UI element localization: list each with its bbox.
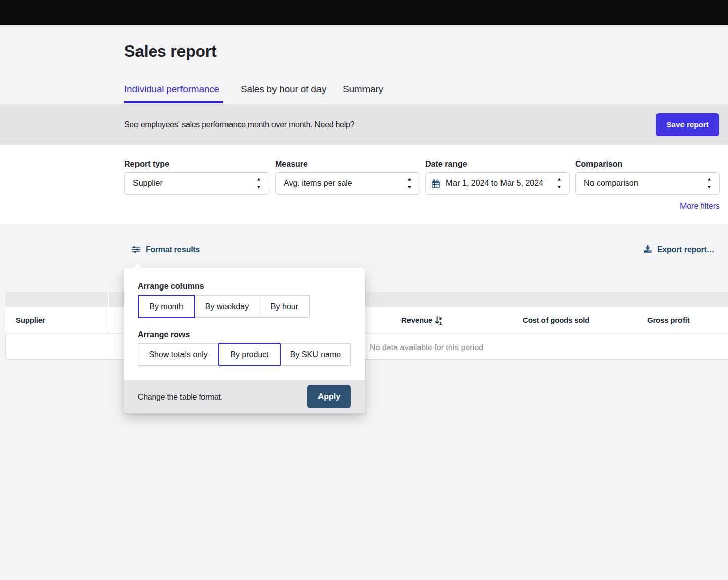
svg-text:1: 1 xyxy=(439,320,442,325)
